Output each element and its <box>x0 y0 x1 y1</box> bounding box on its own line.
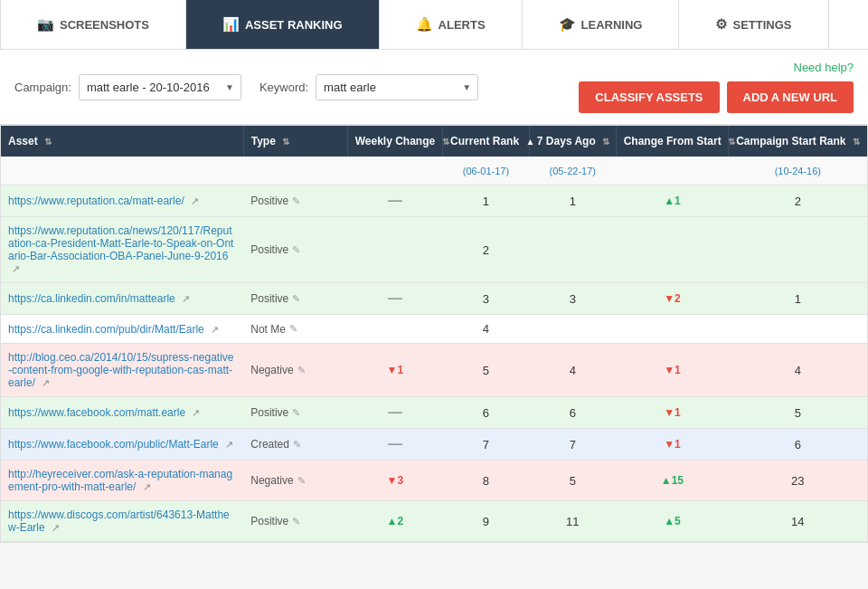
table-row: https://www.facebook.com/matt.earle ↗Pos… <box>1 397 867 429</box>
type-label: Not Me ✎ <box>250 323 340 336</box>
campaign-select[interactable]: matt earle - 20-10-2016 <box>79 74 241 100</box>
need-help-link[interactable]: Need help? <box>794 61 854 74</box>
type-cell: Positive ✎ <box>243 283 347 315</box>
campaign-start-rank-cell <box>729 315 867 344</box>
days-ago-cell: 4 <box>529 344 616 397</box>
col-change-from-start[interactable]: Change From Start ⇅ <box>616 126 729 157</box>
asset-cell: http://blog.ceo.ca/2014/10/15/supress-ne… <box>1 344 243 397</box>
table-row: https://www.facebook.com/public/Matt-Ear… <box>1 429 867 461</box>
external-link-icon: ↗ <box>143 481 151 492</box>
asset-link[interactable]: https://ca.linkedin.com/pub/dir/Matt/Ear… <box>8 323 204 336</box>
weekly-change-cell <box>347 217 442 283</box>
external-link-icon: ↗ <box>225 439 233 450</box>
nav-learning-label: LEARNING <box>581 18 643 32</box>
campaign-start-date[interactable]: (10-24-16) <box>775 166 821 176</box>
campaign-start-rank-cell: 5 <box>729 397 867 429</box>
asset-link[interactable]: https://www.reputation.ca/news/120/117/R… <box>8 224 233 262</box>
current-rank-cell: 2 <box>443 217 530 283</box>
change-up-arrow: ▲5 <box>664 515 681 527</box>
change-from-start-cell: ▼1 <box>616 429 729 461</box>
external-link-icon: ↗ <box>191 195 199 206</box>
col-type[interactable]: Type ⇅ <box>243 126 347 157</box>
edit-type-icon[interactable]: ✎ <box>292 244 300 256</box>
edit-type-icon[interactable]: ✎ <box>293 439 301 451</box>
col-weekly-change[interactable]: Weekly Change ⇅ <box>347 126 442 157</box>
type-cell: Positive ✎ <box>243 397 347 429</box>
campaign-start-rank-cell: 23 <box>729 461 867 501</box>
type-label: Positive ✎ <box>250 406 340 419</box>
campaign-start-rank-cell: 6 <box>729 429 867 461</box>
change-from-start-cell: ▲1 <box>616 185 729 217</box>
type-label: Negative ✎ <box>250 474 340 487</box>
change-from-start-cell <box>616 315 729 344</box>
campaign-select-wrap: matt earle - 20-10-2016 <box>79 74 241 100</box>
nav-asset-ranking[interactable]: 📊 ASSET RANKING <box>186 0 380 49</box>
change-from-start-cell: ▼2 <box>616 283 729 315</box>
sort-change-start-icon: ⇅ <box>728 137 735 147</box>
keyword-select[interactable]: matt earle <box>316 74 478 100</box>
edit-type-icon[interactable]: ✎ <box>297 475 306 487</box>
asset-link[interactable]: https://ca.linkedin.com/in/mattearle <box>8 292 175 305</box>
external-link-icon: ↗ <box>12 263 20 274</box>
asset-link[interactable]: http://heyreceiver.com/ask-a-reputation-… <box>8 468 232 493</box>
edit-type-icon[interactable]: ✎ <box>297 365 306 376</box>
edit-type-icon[interactable]: ✎ <box>292 293 300 305</box>
change-up-arrow: ▲15 <box>661 474 684 487</box>
campaign-start-rank-cell <box>729 217 867 283</box>
asset-link[interactable]: https://www.reputation.ca/matt-earle/ <box>8 195 184 207</box>
campaign-start-rank-cell: 14 <box>729 501 867 542</box>
type-label: Positive ✎ <box>250 292 340 305</box>
days-ago-date[interactable]: (05-22-17) <box>550 166 596 176</box>
external-link-icon: ↗ <box>42 377 50 388</box>
table-row: https://ca.linkedin.com/in/mattearle ↗Po… <box>1 283 867 315</box>
asset-link[interactable]: https://www.discogs.com/artist/643613-Ma… <box>8 508 230 534</box>
change-down-arrow: ▼1 <box>664 406 681 419</box>
nav-settings[interactable]: ⚙ SETTINGS <box>679 0 828 49</box>
toolbar: Campaign: matt earle - 20-10-2016 Keywor… <box>0 50 868 125</box>
asset-link[interactable]: https://www.facebook.com/public/Matt-Ear… <box>8 438 219 451</box>
nav-settings-label: SETTINGS <box>732 18 791 32</box>
nav-asset-ranking-label: ASSET RANKING <box>245 18 343 32</box>
col-campaign-start-rank[interactable]: Campaign Start Rank ⇅ <box>729 126 867 157</box>
asset-cell: https://www.reputation.ca/news/120/117/R… <box>1 217 243 283</box>
weekly-change-cell: — <box>347 185 442 217</box>
current-rank-cell: 9 <box>443 501 530 542</box>
external-link-icon: ↗ <box>52 522 60 533</box>
days-ago-cell: 6 <box>529 397 616 429</box>
asset-link[interactable]: https://www.facebook.com/matt.earle <box>8 406 185 419</box>
sort-weekly-icon: ⇅ <box>442 137 449 147</box>
current-rank-cell: 3 <box>443 283 530 315</box>
nav-alerts-label: ALERTS <box>439 18 486 32</box>
change-from-start-cell <box>616 217 729 283</box>
asset-cell: https://ca.linkedin.com/pub/dir/Matt/Ear… <box>1 315 243 344</box>
edit-type-icon[interactable]: ✎ <box>289 323 297 335</box>
type-label: Positive ✎ <box>250 243 340 256</box>
col-asset[interactable]: Asset ⇅ <box>1 126 243 157</box>
nav-learning[interactable]: 🎓 LEARNING <box>523 0 680 49</box>
nav-alerts[interactable]: 🔔 ALERTS <box>380 0 523 49</box>
weekly-dash: — <box>388 404 402 420</box>
table-body: (06-01-17) (05-22-17) (10-24-16) https:/… <box>1 157 867 542</box>
table-subheader-row: (06-01-17) (05-22-17) (10-24-16) <box>1 157 867 185</box>
current-rank-date[interactable]: (06-01-17) <box>463 166 509 176</box>
main-nav: 📷 SCREENSHOTS 📊 ASSET RANKING 🔔 ALERTS 🎓… <box>0 0 868 50</box>
add-new-url-button[interactable]: ADD A NEW URL <box>727 81 854 113</box>
days-ago-cell: 1 <box>529 185 616 217</box>
nav-screenshots[interactable]: 📷 SCREENSHOTS <box>0 0 186 49</box>
edit-type-icon[interactable]: ✎ <box>292 195 300 207</box>
edit-type-icon[interactable]: ✎ <box>292 407 300 419</box>
asset-table: Asset ⇅ Type ⇅ Weekly Change ⇅ Current R… <box>1 126 867 542</box>
classify-assets-button[interactable]: CLASSIFY ASSETS <box>579 81 719 113</box>
edit-type-icon[interactable]: ✎ <box>292 516 300 527</box>
change-down-arrow: ▼1 <box>664 438 681 451</box>
table-row: https://www.reputation.ca/news/120/117/R… <box>1 217 867 283</box>
bar-chart-icon: 📊 <box>222 16 240 33</box>
asset-cell: https://www.reputation.ca/matt-earle/ ↗ <box>1 185 243 217</box>
col-current-rank[interactable]: Current Rank ▲ <box>443 126 530 157</box>
action-buttons: CLASSIFY ASSETS ADD A NEW URL <box>579 81 854 113</box>
weekly-dash: — <box>388 193 402 208</box>
type-cell: Positive ✎ <box>243 185 347 217</box>
col-7days-ago[interactable]: 7 Days Ago ⇅ <box>529 126 616 157</box>
table-header-row: Asset ⇅ Type ⇅ Weekly Change ⇅ Current R… <box>1 126 867 157</box>
type-cell: Negative ✎ <box>243 461 347 501</box>
